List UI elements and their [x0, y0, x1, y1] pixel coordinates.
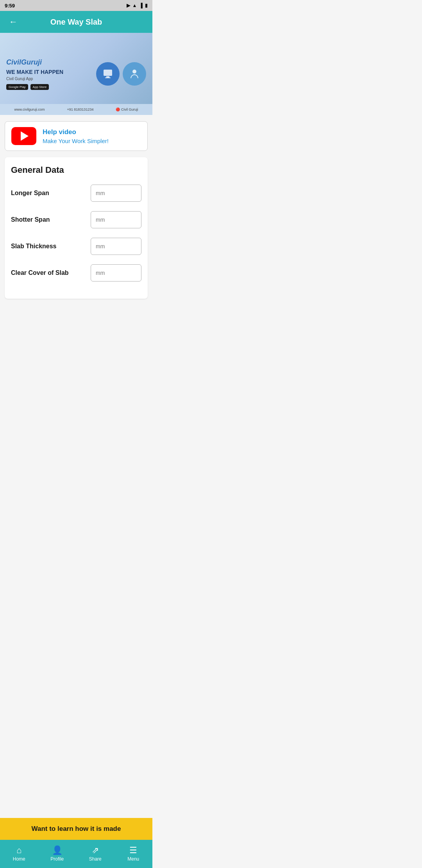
signal-icon: ▐ [139, 3, 143, 8]
app-store-button[interactable]: App Store [30, 84, 49, 90]
banner-inner: CivilGuruji WE MAKE IT HAPPEN Civil Guru… [0, 33, 152, 115]
back-icon: ← [9, 17, 18, 27]
shotter-span-label: Shotter Span [11, 216, 91, 223]
status-time: 9:59 [5, 3, 15, 9]
clear-cover-input[interactable] [91, 264, 141, 282]
svg-point-3 [132, 70, 136, 74]
banner-footer: www.civilguruji.com +91 8183131234 🔴 Civ… [0, 104, 152, 115]
longer-span-input[interactable] [91, 185, 141, 202]
banner-tagline: WE MAKE IT HAPPEN [6, 69, 96, 75]
banner-right [96, 62, 146, 86]
help-video-subtitle: Make Your Work Simpler! [43, 138, 109, 144]
status-bar: 9:59 ▶ ▲ ▐ ▮ [0, 0, 152, 11]
page-title: One Way Slab [50, 18, 102, 27]
wifi-icon: ▲ [132, 3, 137, 8]
svg-rect-0 [104, 70, 112, 76]
help-video-section[interactable]: Help video Make Your Work Simpler! [5, 121, 148, 151]
longer-span-field: Longer Span [11, 185, 141, 202]
longer-span-label: Longer Span [11, 190, 91, 197]
svg-rect-1 [106, 76, 109, 77]
phone-wrapper: 9:59 ▶ ▲ ▐ ▮ ← One Way Slab CivilGuruji … [0, 0, 152, 366]
shotter-span-field: Shotter Span [11, 211, 141, 228]
banner-icons [96, 62, 146, 86]
monitor-icon [96, 62, 120, 86]
help-video-text: Help video Make Your Work Simpler! [43, 128, 109, 144]
banner-app-name: Civil Guruji App [6, 77, 96, 81]
banner-phone: +91 8183131234 [67, 108, 94, 111]
youtube-icon [11, 127, 36, 145]
banner-logo: CivilGuruji [6, 58, 96, 66]
top-nav: ← One Way Slab [0, 11, 152, 33]
play-triangle [21, 131, 29, 141]
banner-website: www.civilguruji.com [14, 108, 45, 111]
slab-thickness-label: Slab Thickness [11, 243, 91, 250]
slab-thickness-input[interactable] [91, 238, 141, 255]
banner-buttons: Google Play App Store [6, 84, 96, 90]
battery-icon: ▮ [145, 3, 148, 8]
scroll-container: CivilGuruji WE MAKE IT HAPPEN Civil Guru… [0, 33, 152, 366]
clear-cover-field: Clear Cover of Slab [11, 264, 141, 282]
play-icon: ▶ [127, 3, 130, 8]
teacher-icon [123, 62, 146, 86]
google-play-button[interactable]: Google Play [6, 84, 28, 90]
svg-rect-2 [105, 77, 111, 78]
status-icons: ▶ ▲ ▐ ▮ [127, 3, 148, 8]
banner-area: CivilGuruji WE MAKE IT HAPPEN Civil Guru… [0, 33, 152, 115]
general-data-section: General Data Longer Span Shotter Span Sl… [5, 157, 148, 299]
clear-cover-label: Clear Cover of Slab [11, 269, 91, 276]
help-video-title: Help video [43, 128, 109, 136]
slab-thickness-field: Slab Thickness [11, 238, 141, 255]
section-title: General Data [11, 165, 141, 175]
shotter-span-input[interactable] [91, 211, 141, 228]
back-button[interactable]: ← [6, 15, 20, 29]
banner-left: CivilGuruji WE MAKE IT HAPPEN Civil Guru… [6, 58, 96, 90]
banner-brand: 🔴 Civil Guruji [116, 108, 138, 111]
